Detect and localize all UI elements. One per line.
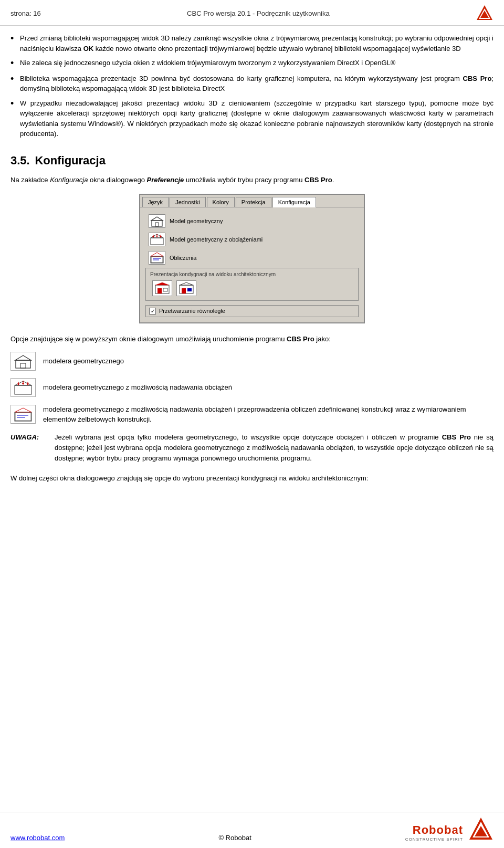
svg-rect-22 [163,288,167,291]
bullet-dot: • [10,33,20,45]
svg-marker-15 [151,253,163,256]
frame-title: Prezentacja kondygnacji na widoku archit… [150,271,354,277]
list-item-text: W przypadku niezadowalającej jakości pre… [20,98,494,139]
option-model-geo-obcz-icon [14,380,33,395]
page-title: CBC Pro wersja 20.1 - Podręcznik użytkow… [187,9,330,17]
list-item: • Biblioteka wspomagająca prezentacje 3D… [10,74,494,94]
option-item-2: modelera geometrycznego z możliwością na… [10,378,494,397]
list-item: • W przypadku niezadowalającej jakości p… [10,98,494,139]
robobat-logo: Robobat CONSTRUCTIVE SPIRIT [405,823,463,842]
options-list: modelera geometrycznego modelera geometr… [10,352,494,425]
svg-rect-26 [187,288,192,291]
section-heading: 3.5. Konfiguracja [10,154,494,167]
robobat-logo-text: Robobat [413,823,463,837]
bullet-dot: • [10,58,20,69]
svg-rect-19 [155,285,169,294]
footer-website[interactable]: www.robobat.com [10,834,65,842]
uwaga-label: UWAGA: [10,432,47,464]
arch-view-icon-1 [154,282,170,295]
svg-rect-40 [15,413,31,421]
final-paragraph: W dolnej części okna dialogowego znajduj… [10,473,494,484]
list-item: • Nie zaleca się jednoczesnego użycia ok… [10,58,494,69]
icon-model-geo [149,214,165,228]
section-number: 3.5. [10,154,30,167]
section-title: Konfiguracja [32,154,106,167]
robobat-footer-logo-icon [468,816,494,842]
dialog-tabs: Język Jednostki Kolory Protekcja Konfigu… [140,195,364,207]
svg-marker-28 [15,355,31,360]
svg-rect-6 [151,238,163,245]
svg-marker-20 [155,282,169,285]
tab-protekcja[interactable]: Protekcja [236,197,271,207]
bullet-list: • Przed zmianą biblioteki wspomagającej … [10,33,494,139]
dialog-frame-prezentacja: Prezentacja kondygnacji na widoku archit… [145,268,359,301]
dialog-screenshot: Język Jednostki Kolory Protekcja Konfigu… [139,194,365,323]
svg-rect-5 [155,223,159,226]
tab-kolory[interactable]: Kolory [207,197,235,207]
icon-model-geo-obcz [149,233,165,246]
svg-rect-25 [182,288,186,294]
option-label-1: modelera geometrycznego [43,356,124,367]
svg-rect-21 [158,288,162,294]
bullet-dot: • [10,98,20,110]
tab-jednostki[interactable]: Jednostki [170,197,205,207]
uwaga-block: UWAGA: Jeżeli wybrana jest opcja tylko m… [10,432,494,464]
options-paragraph: Opcje znajdujące się w powyższym oknie d… [10,334,494,344]
bullet-dot: • [10,74,20,85]
list-item-text: Przed zmianą biblioteki wspomagającej wi… [20,33,494,54]
option-obliczenia-icon [14,407,33,422]
checkbox-parallel[interactable]: ✓ Przetwarzanie równoległe [145,305,359,317]
item-label-3: Obliczenia [170,255,196,261]
dialog-item-model-geo[interactable]: Model geometryczny [145,213,359,229]
arch-view-icon-2 [178,282,194,295]
checkbox-box[interactable]: ✓ [149,308,156,315]
footer-copyright: © Robobat [218,834,251,842]
dialog-item-obliczenia[interactable]: Obliczenia [145,249,359,266]
svg-marker-37 [27,383,29,385]
list-item-text: Nie zaleca się jednoczesnego użycia okie… [20,58,395,68]
option-icon-2 [10,378,36,397]
tab-jezyk[interactable]: Język [142,197,169,207]
model-geo-obcz-icon [150,234,164,245]
list-item-text: Biblioteka wspomagająca prezentacje 3D p… [20,74,494,94]
page-header: strona: 16 CBC Pro wersja 20.1 - Podręcz… [0,0,504,26]
svg-rect-3 [152,221,162,226]
icon-obliczenia [149,251,165,265]
robobat-sub-text: CONSTRUCTIVE SPIRIT [405,837,463,842]
svg-marker-11 [156,236,158,237]
svg-marker-35 [22,383,25,385]
option-label-2: modelera geometrycznego z możliwością na… [43,382,232,393]
robobat-triangle-icon [476,4,494,22]
svg-rect-27 [16,360,30,368]
icons-row [150,280,354,296]
option-model-geo-icon [14,354,33,369]
tab-konfiguracja[interactable]: Konfiguracja [272,197,316,207]
item-label-2: Model geometryczny z obciążeniami [170,236,262,243]
icon-arch-1[interactable] [152,280,172,296]
svg-marker-39 [15,408,32,412]
option-item-3: modelera geometrycznego z możliwością na… [10,404,494,425]
main-content: • Przed zmianą biblioteki wspomagającej … [0,33,504,484]
checkbox-label: Przetwarzanie równoległe [159,308,225,314]
footer-logo-area: Robobat CONSTRUCTIVE SPIRIT [405,816,494,842]
svg-marker-4 [151,217,163,221]
option-icon-3 [10,405,36,424]
svg-rect-29 [20,363,26,368]
obliczenia-icon [150,252,164,264]
option-label-3: modelera geometrycznego z możliwością na… [43,404,494,425]
website-link[interactable]: www.robobat.com [10,834,65,842]
icon-arch-2[interactable] [176,280,196,296]
model-geo-icon [150,215,164,227]
list-item: • Przed zmianą biblioteki wspomagającej … [10,33,494,54]
intro-paragraph: Na zakładce Konfiguracja okna dialogoweg… [10,175,494,185]
svg-rect-38 [15,412,32,421]
dialog-item-model-geo-obcz[interactable]: Model geometryczny z obciążeniami [145,231,359,248]
item-label-1: Model geometryczny [170,218,223,224]
option-item-1: modelera geometrycznego [10,352,494,371]
option-icon-1 [10,352,36,371]
svg-rect-30 [15,385,32,394]
svg-marker-33 [17,383,20,385]
svg-marker-24 [180,282,193,285]
page-footer: www.robobat.com © Robobat Robobat CONSTR… [0,812,504,842]
dialog-content: Model geometryczny [140,207,364,322]
